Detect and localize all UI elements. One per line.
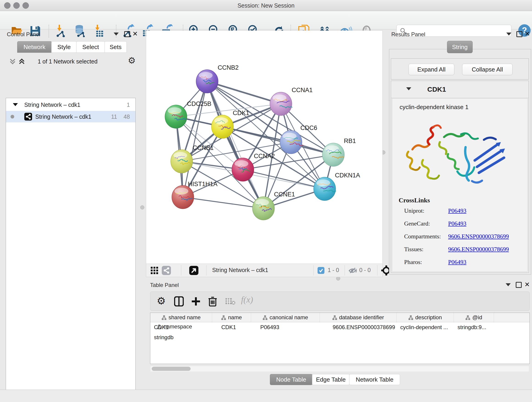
genecard-link[interactable]: P06493 — [448, 217, 466, 230]
main-toolbar: ? — [0, 11, 532, 29]
tab-sets[interactable]: Sets — [104, 41, 127, 53]
entry-header[interactable]: CDK1 — [391, 81, 529, 98]
pharos-link[interactable]: P06493 — [448, 256, 466, 269]
network-node-CDK1[interactable]: CDK1 — [211, 109, 249, 138]
hidden-eye-slash-icon — [348, 267, 357, 274]
table-panel-close-icon[interactable]: ✕ — [525, 282, 530, 287]
column-header[interactable]: description — [397, 313, 454, 322]
scrollbar-thumb[interactable] — [152, 367, 191, 371]
control-panel: Control Panel ✕ Network Style Select Set… — [2, 30, 138, 382]
tab-network[interactable]: Network — [17, 41, 52, 53]
table-toolbar: ⚙ f(x) — [150, 292, 530, 311]
detach-view-icon[interactable] — [189, 266, 198, 275]
crosslink-row: GeneCard: — [404, 217, 430, 230]
node-label-RB1: RB1 — [344, 138, 356, 144]
node-table: shared namenamecanonical namedatabase id… — [150, 313, 530, 364]
title-bar: Session: New Session — [0, 0, 532, 11]
collapse-all-tree-icon[interactable] — [9, 57, 17, 65]
network-selection-status: 1 of 1 Network selected — [30, 58, 105, 65]
node-label-CDC25B: CDC25B — [187, 100, 211, 107]
network-view-icon[interactable] — [162, 266, 171, 275]
selected-counts: 1 - 0 — [328, 267, 339, 274]
tissues-link[interactable]: 9606.ENSP00000378699 — [448, 243, 509, 256]
column-header[interactable]: canonical name — [251, 313, 320, 322]
expand-all-tree-icon[interactable] — [18, 57, 26, 65]
compartments-link[interactable]: 9606.ENSP00000378699 — [448, 230, 509, 243]
results-panel-close-icon[interactable]: ✕ — [525, 32, 530, 36]
collection-expand-icon[interactable] — [13, 103, 18, 106]
network-node-count: 11 — [111, 111, 117, 122]
column-type-icon — [162, 315, 167, 320]
network-options-gear-icon[interactable]: ⚙ — [128, 56, 136, 65]
table-horizontal-scrollbar[interactable] — [151, 366, 529, 371]
node-label-CDK1: CDK1 — [233, 109, 249, 116]
network-canvas[interactable]: CCNB2CCNA1CDC25BCDK1CDC6RB1CCNB1CCNA2CDK… — [146, 31, 383, 264]
expand-all-button[interactable]: Expand All — [409, 64, 454, 75]
column-header[interactable]: shared name — [150, 313, 212, 322]
node-label-CCNA2: CCNA2 — [254, 153, 275, 160]
selected-checkbox-icon[interactable] — [317, 267, 324, 274]
hidden-counts: 0 - 0 — [359, 267, 371, 274]
crosslink-row: Compartments: — [404, 230, 441, 243]
node-label-CCNB2: CCNB2 — [218, 64, 239, 71]
column-header[interactable]: @id — [454, 313, 494, 322]
collapse-all-button[interactable]: Collapse All — [462, 64, 513, 75]
table-panel-float-icon[interactable] — [506, 283, 511, 286]
network-node-CCNE1[interactable]: CCNE1 — [253, 191, 295, 220]
network-node-CCNB1[interactable]: CCNB1 — [171, 144, 214, 173]
table-header-row: shared namenamecanonical namedatabase id… — [150, 313, 530, 322]
network-node-RB1[interactable]: RB1 — [322, 138, 356, 166]
string-network-icon — [24, 113, 32, 121]
control-panel-float-icon[interactable] — [114, 32, 119, 36]
network-node-CCNA1[interactable]: CCNA1 — [270, 87, 313, 115]
node-label-CCNA1: CCNA1 — [292, 87, 313, 94]
tab-select[interactable]: Select — [76, 41, 105, 53]
delete-table-icon — [225, 298, 235, 305]
network-row-selected[interactable]: String Network – cdk1 11 48 — [6, 111, 135, 122]
node-label-CDKN1A: CDKN1A — [335, 172, 360, 179]
network-node-CDC25B[interactable]: CDC25B — [165, 100, 211, 128]
results-entry-panel: CDK1 cyclin-dependent kinase 1 — [391, 81, 529, 273]
show-columns-icon[interactable] — [174, 296, 184, 306]
network-node-CDKN1A[interactable]: CDKN1A — [314, 172, 360, 201]
column-type-icon — [263, 315, 268, 320]
entry-name: CDK1 — [427, 85, 446, 93]
network-node-HIST1H1A[interactable]: HIST1H1A — [172, 181, 217, 209]
tab-style[interactable]: Style — [51, 41, 77, 53]
entry-collapse-icon[interactable] — [406, 87, 411, 90]
control-panel-maximize-icon[interactable] — [124, 31, 130, 37]
tab-node-table[interactable]: Node Table — [270, 374, 312, 385]
window-title: Session: New Session — [0, 2, 532, 9]
entry-body: cyclin-dependent kinase 1 — [392, 98, 528, 272]
function-builder-icon: f(x) — [241, 294, 253, 305]
entry-description: cyclin-dependent kinase 1 — [399, 104, 469, 111]
column-type-icon — [332, 315, 337, 320]
uniprot-link[interactable]: P06493 — [448, 204, 466, 217]
tab-string[interactable]: String — [447, 41, 473, 53]
tab-network-table[interactable]: Network Table — [349, 374, 400, 385]
grid-view-icon[interactable] — [150, 266, 158, 274]
cytoscape-window: Session: New Session — [0, 0, 532, 402]
add-column-icon[interactable] — [191, 296, 201, 306]
control-panel-close-icon[interactable]: ✕ — [133, 32, 138, 36]
delete-column-icon[interactable] — [208, 296, 217, 307]
table-row[interactable]: CDK1CDK1P064939606.ENSP00000378699cyclin… — [150, 322, 530, 342]
network-collection-row[interactable]: String Network – cdk1 1 — [6, 99, 135, 110]
network-view-title: String Network – cdk1 — [212, 267, 268, 274]
crosslink-row: Pharos: — [404, 256, 422, 269]
crosslink-row: Uniprot: — [404, 204, 424, 217]
left-splitter-handle[interactable] — [140, 205, 144, 210]
network-edge-count: 48 — [123, 111, 130, 122]
protein-structure-image — [403, 115, 511, 191]
tab-edge-table[interactable]: Edge Table — [312, 374, 350, 385]
table-panel-maximize-icon[interactable] — [516, 282, 522, 288]
collection-label: String Network – cdk1 — [24, 99, 80, 110]
network-label: String Network – cdk1 — [35, 111, 91, 122]
table-settings-gear-icon[interactable]: ⚙ — [157, 295, 166, 307]
results-panel-maximize-icon[interactable] — [516, 31, 522, 37]
results-panel-float-icon[interactable] — [506, 32, 511, 36]
column-header[interactable]: name — [212, 313, 251, 322]
crosslink-row: Tissues: — [404, 243, 423, 256]
node-label-CCNB1: CCNB1 — [193, 144, 214, 151]
column-header[interactable]: database identifier — [320, 313, 397, 322]
